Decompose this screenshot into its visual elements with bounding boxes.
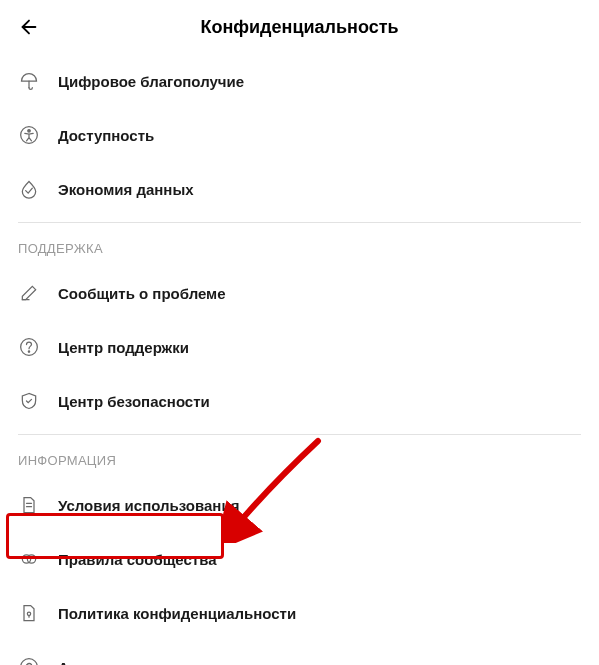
menu-label: Центр поддержки [58,339,189,356]
document-icon [18,494,40,516]
menu-label: Условия использования [58,497,239,514]
header: Конфиденциальность [0,0,599,54]
help-icon [18,336,40,358]
menu-label: Сообщить о проблеме [58,285,226,302]
menu-label: Правила сообщества [58,551,217,568]
pencil-icon [18,282,40,304]
section-header-info: ИНФОРМАЦИЯ [0,435,599,478]
umbrella-icon [18,70,40,92]
menu-data-saver[interactable]: Экономия данных [0,162,599,216]
menu-privacy-policy[interactable]: Политика конфиденциальности [0,586,599,640]
menu-terms[interactable]: Условия использования [0,478,599,532]
copyright-icon [18,656,40,665]
menu-community-rules[interactable]: Правила сообщества [0,532,599,586]
menu-digital-wellbeing[interactable]: Цифровое благополучие [0,54,599,108]
menu-label: Цифровое благополучие [58,73,244,90]
menu-copyright[interactable]: Авторские права [0,640,599,665]
svg-point-10 [27,555,35,563]
menu-help-center[interactable]: Центр поддержки [0,320,599,374]
data-saver-icon [18,178,40,200]
svg-point-6 [28,351,29,352]
menu-label: Авторские права [58,659,185,666]
page-title: Конфиденциальность [18,17,581,38]
menu-safety-center[interactable]: Центр безопасности [0,374,599,428]
privacy-icon [18,602,40,624]
menu-label: Центр безопасности [58,393,210,410]
menu-label: Политика конфиденциальности [58,605,296,622]
rules-icon [18,548,40,570]
menu-accessibility[interactable]: Доступность [0,108,599,162]
shield-icon [18,390,40,412]
section-header-support: ПОДДЕРЖКА [0,223,599,266]
svg-point-3 [28,130,31,133]
accessibility-icon [18,124,40,146]
menu-label: Экономия данных [58,181,194,198]
arrow-left-icon [18,16,40,38]
menu-label: Доступность [58,127,154,144]
back-button[interactable] [18,16,40,38]
menu-report-problem[interactable]: Сообщить о проблеме [0,266,599,320]
